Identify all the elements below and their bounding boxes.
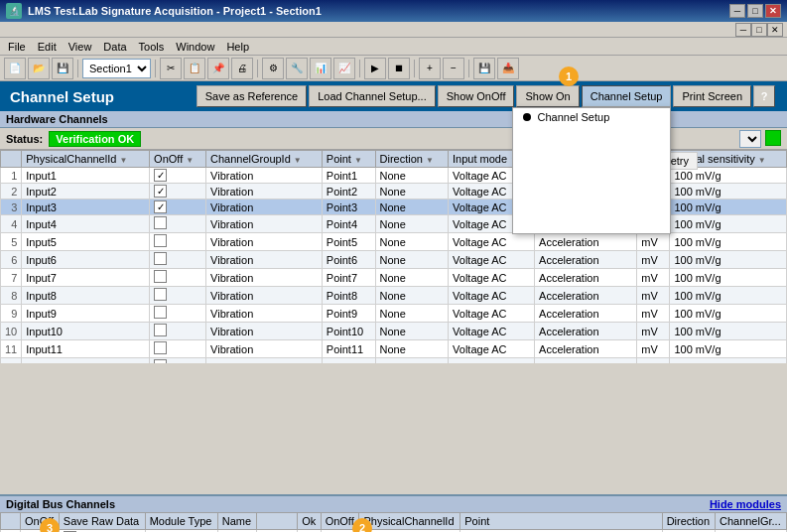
on-off-cell[interactable] [150,184,206,200]
db-col-module[interactable]: Module Type [145,513,217,530]
menu-item-label: Read Teds [537,147,589,159]
secondary-close[interactable]: ✕ [767,23,783,37]
window-controls[interactable]: ─ □ ✕ [729,4,781,18]
menu-data[interactable]: Data [97,40,132,54]
show-on-btn[interactable]: Show On [516,85,579,107]
on-off-checkbox[interactable] [154,216,167,229]
col-onoff[interactable]: OnOff ▼ [150,151,206,168]
table-row[interactable]: 12 Input12 Vibration Point12 None Voltag… [1,358,787,364]
new-btn[interactable]: 📄 [4,58,26,79]
tb-btn7[interactable]: + [419,58,441,79]
table-row[interactable]: 6 Input6 Vibration Point6 None Voltage A… [1,251,787,269]
menu-item-use-database[interactable]: Use Database [513,126,670,144]
on-off-cell[interactable] [150,168,206,184]
tb-btn2[interactable]: 🔧 [286,58,308,79]
save-btn[interactable]: 💾 [52,58,73,79]
secondary-restore[interactable]: □ [751,23,767,37]
maximize-button[interactable]: □ [747,4,763,18]
minimize-button[interactable]: ─ [729,4,745,18]
on-off-checkbox[interactable] [154,169,167,182]
db-col-path[interactable] [256,513,297,530]
on-off-cell[interactable] [150,323,206,340]
on-off-checkbox[interactable] [154,324,167,336]
on-off-cell[interactable] [150,287,206,305]
db-col-point[interactable]: Point [460,513,662,530]
db-col-ch-id[interactable]: PhysicalChannelId [359,513,460,530]
menu-window[interactable]: Window [170,40,220,54]
col-group[interactable]: ChannelGroupId ▼ [206,151,323,168]
row-num: 6 [1,251,22,269]
col-physical-id[interactable]: PhysicalChannelId ▼ [22,151,150,168]
on-off-checkbox[interactable] [154,341,167,354]
menu-item-use-geometry[interactable]: Use Geometry [513,162,670,180]
help-btn[interactable]: ? [753,85,775,107]
on-off-cell[interactable] [150,358,206,364]
tb-btn6[interactable]: ⏹ [388,58,410,79]
tb-btn5[interactable]: ▶ [364,58,386,79]
on-off-cell[interactable] [150,251,206,269]
db-col-dir[interactable]: Direction [662,513,715,530]
on-off-cell[interactable] [150,269,206,287]
tb-btn3[interactable]: 📊 [310,58,331,79]
open-btn[interactable]: 📂 [28,58,50,79]
save-reference-btn[interactable]: Save as Reference [197,85,308,107]
menu-help[interactable]: Help [220,40,255,54]
col-direction[interactable]: Direction ▼ [375,151,449,168]
menu-item-virtual-channels[interactable]: Virtual Channels [513,215,670,233]
on-off-checkbox[interactable] [154,252,167,265]
db-col-save-raw[interactable]: Save Raw Data [59,513,145,530]
channel-setup-btn[interactable]: Channel Setup [582,85,672,107]
show-onoff-btn[interactable]: Show OnOff [438,85,515,107]
hide-modules-link[interactable]: Hide modules [710,498,781,510]
tb-btn8[interactable]: − [443,58,464,79]
print-btn[interactable]: 🖨 [231,58,253,79]
table-row[interactable]: 11 Input11 Vibration Point11 None Voltag… [1,340,787,358]
on-off-checkbox[interactable] [154,288,167,301]
annotation-2-container: 2 [352,518,372,532]
tb-load-icon[interactable]: 📥 [497,58,519,79]
measured: Acceleration [535,340,637,358]
paste-btn[interactable]: 📌 [207,58,229,79]
close-button[interactable]: ✕ [765,4,781,18]
table-row[interactable]: 7 Input7 Vibration Point7 None Voltage A… [1,269,787,287]
on-off-cell[interactable] [150,233,206,251]
table-row[interactable]: 10 Input10 Vibration Point10 None Voltag… [1,323,787,340]
db-col-name[interactable]: Name [217,513,256,530]
cut-btn[interactable]: ✂ [160,58,182,79]
tb-btn1[interactable]: ⚙ [262,58,284,79]
menu-item-read-teds[interactable]: Read Teds [513,144,670,162]
on-off-cell[interactable] [150,340,206,358]
on-off-cell[interactable] [150,305,206,323]
on-off-checkbox[interactable] [154,185,167,198]
copy-btn[interactable]: 📋 [184,58,205,79]
menu-tools[interactable]: Tools [133,40,171,54]
db-col-ok[interactable]: Ok [298,513,321,530]
on-off-checkbox[interactable] [154,359,167,363]
tb-save-icon[interactable]: 💾 [473,58,495,79]
menu-item-can-settings[interactable]: CAN Settings [513,180,670,198]
db-col-group[interactable]: ChannelGr... [715,513,786,530]
on-off-checkbox[interactable] [154,270,167,283]
menu-view[interactable]: View [63,40,98,54]
channel-select[interactable] [739,130,761,148]
table-row[interactable]: 5 Input5 Vibration Point5 None Voltage A… [1,233,787,251]
on-off-cell[interactable] [150,215,206,233]
physical-channel-id: Input12 [22,358,150,364]
load-channel-setup-btn[interactable]: Load Channel Setup... [309,85,435,107]
col-point[interactable]: Point ▼ [322,151,375,168]
print-screen-btn[interactable]: Print Screen [673,85,751,107]
on-off-checkbox[interactable] [154,306,167,319]
on-off-cell[interactable] [150,200,206,215]
on-off-checkbox[interactable] [154,200,167,213]
menu-item-flexray-settings[interactable]: FlexRay Settings [513,198,670,215]
table-row[interactable]: 8 Input8 Vibration Point8 None Voltage A… [1,287,787,305]
menu-edit[interactable]: Edit [32,40,63,54]
section-select[interactable]: Section1 [82,59,151,78]
table-row[interactable]: 9 Input9 Vibration Point9 None Voltage A… [1,305,787,323]
secondary-minimize[interactable]: ─ [735,23,751,37]
menu-file[interactable]: File [2,40,32,54]
menu-item-channel-setup[interactable]: Channel Setup [513,108,670,126]
on-off-checkbox[interactable] [154,234,167,247]
le-col: mV [637,305,670,323]
tb-btn4[interactable]: 📈 [333,58,355,79]
